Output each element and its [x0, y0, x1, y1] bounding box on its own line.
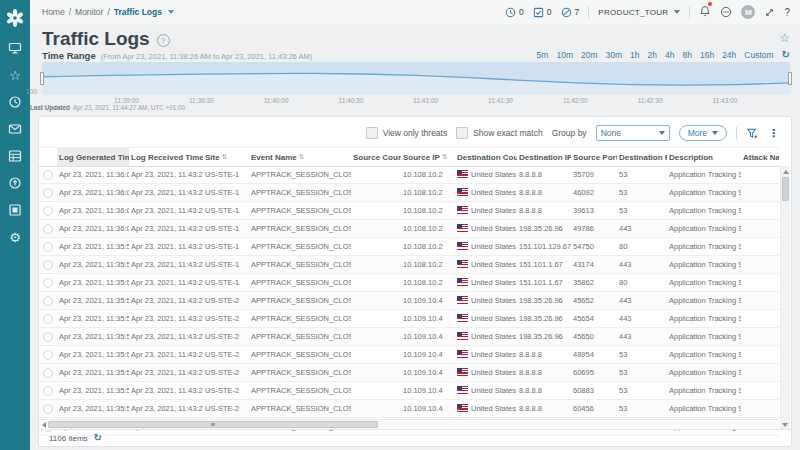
- preset-20m[interactable]: 20m: [581, 50, 598, 60]
- row-select-radio[interactable]: [43, 350, 53, 360]
- row-select-radio[interactable]: [43, 170, 53, 180]
- table-row[interactable]: Apr 23, 2021, 11:35:55 AMApr 23, 2021, 1…: [39, 292, 779, 310]
- row-select-radio[interactable]: [43, 224, 53, 234]
- table-row[interactable]: Apr 23, 2021, 11:35:55 AMApr 23, 2021, 1…: [39, 400, 779, 418]
- column-header-site[interactable]: Site⇅: [203, 148, 249, 166]
- sidebar-item-favorites[interactable]: ☆: [0, 61, 30, 88]
- sidebar-item-monitor[interactable]: [0, 34, 30, 61]
- preset-4h[interactable]: 4h: [665, 50, 674, 60]
- time-range-chart[interactable]: [42, 62, 790, 95]
- table-row[interactable]: Apr 23, 2021, 11:35:55 AMApr 23, 2021, 1…: [39, 346, 779, 364]
- favorite-star-icon[interactable]: ☆: [779, 32, 790, 44]
- preset-custom[interactable]: Custom: [744, 50, 773, 60]
- horizontal-scroll-thumb[interactable]: [48, 421, 378, 428]
- cell-event_name: APPTRACK_SESSION_CLOSE: [249, 224, 351, 233]
- preset-5m[interactable]: 5m: [537, 50, 549, 60]
- preset-24h[interactable]: 24h: [722, 50, 736, 60]
- column-header-log_generated[interactable]: Log Generated Time⇅: [57, 148, 129, 166]
- cell-description: Application Tracking Sessi...: [667, 242, 741, 251]
- table-row[interactable]: Apr 23, 2021, 11:36:03 AMApr 23, 2021, 1…: [39, 166, 779, 184]
- chevron-down-icon[interactable]: [168, 10, 174, 14]
- row-select-radio[interactable]: [43, 404, 53, 414]
- preset-30m[interactable]: 30m: [606, 50, 623, 60]
- preset-8h[interactable]: 8h: [682, 50, 691, 60]
- blocked-counter[interactable]: 7: [561, 7, 580, 18]
- kebab-menu-icon[interactable]: ⋮: [768, 128, 779, 139]
- row-select-radio[interactable]: [43, 386, 53, 396]
- notifications-button[interactable]: [699, 3, 711, 21]
- table-row[interactable]: Apr 23, 2021, 11:35:59 AMApr 23, 2021, 1…: [39, 238, 779, 256]
- refresh-icon[interactable]: ↻: [782, 50, 790, 60]
- fullscreen-icon[interactable]: [764, 7, 775, 18]
- cell-source_port: 49786: [571, 224, 617, 233]
- row-select-radio[interactable]: [43, 242, 53, 252]
- table-row[interactable]: Apr 23, 2021, 11:36:01 AMApr 23, 2021, 1…: [39, 202, 779, 220]
- breadcrumb-home[interactable]: Home: [42, 7, 65, 17]
- view-only-threats-checkbox[interactable]: [366, 127, 378, 139]
- cell-destination_ip: 8.8.8.8: [517, 404, 571, 413]
- table-row[interactable]: Apr 23, 2021, 11:35:55 AMApr 23, 2021, 1…: [39, 328, 779, 346]
- preset-2h[interactable]: 2h: [648, 50, 657, 60]
- avatar[interactable]: M: [741, 5, 755, 19]
- preset-1h[interactable]: 1h: [630, 50, 639, 60]
- title-help-icon[interactable]: ?: [157, 34, 170, 47]
- brush-handle-right[interactable]: [788, 72, 792, 85]
- table-row[interactable]: Apr 23, 2021, 11:36:01 AMApr 23, 2021, 1…: [39, 220, 779, 238]
- settings-icon: ⚙: [9, 228, 21, 246]
- preset-10m[interactable]: 10m: [556, 50, 573, 60]
- column-header-destination_ip[interactable]: Destination IP⇅: [517, 148, 571, 166]
- group-by-select[interactable]: None: [596, 125, 670, 141]
- row-select-radio[interactable]: [43, 368, 53, 378]
- column-label: Log Generated Time: [59, 153, 129, 162]
- row-select-radio[interactable]: [43, 296, 53, 306]
- column-header-source_ip[interactable]: Source IP⇅: [401, 148, 455, 166]
- cell-select: [39, 260, 57, 270]
- cell-log_received: Apr 23, 2021, 11:43:23 AM: [129, 242, 203, 251]
- column-header-source_port[interactable]: Source Port⇅: [571, 148, 617, 166]
- table-row[interactable]: Apr 23, 2021, 11:36:01 AMApr 23, 2021, 1…: [39, 184, 779, 202]
- table-row[interactable]: Apr 23, 2021, 11:35:59 AMApr 23, 2021, 1…: [39, 274, 779, 292]
- more-button[interactable]: More: [679, 125, 727, 141]
- row-select-radio[interactable]: [43, 314, 53, 324]
- help-icon[interactable]: ?: [784, 7, 790, 18]
- sidebar-item-messages[interactable]: [0, 115, 30, 142]
- cell-description: Application Tracking Sessi...: [667, 296, 741, 305]
- breadcrumb-monitor[interactable]: Monitor: [75, 7, 103, 17]
- row-select-radio[interactable]: [43, 332, 53, 342]
- column-label: Log Received Time: [131, 153, 203, 162]
- sidebar-item-settings[interactable]: ⚙: [0, 223, 30, 250]
- scroll-up-arrow[interactable]: [781, 167, 791, 176]
- us-flag-icon: [457, 296, 468, 304]
- sidebar-item-reports[interactable]: [0, 196, 30, 223]
- sidebar-item-logs[interactable]: [0, 142, 30, 169]
- column-header-event_name[interactable]: Event Name⇅: [249, 148, 351, 166]
- support-icon[interactable]: [720, 6, 732, 18]
- bell-icon: [699, 5, 711, 17]
- breadcrumb-current[interactable]: Traffic Logs: [114, 7, 162, 17]
- row-select-radio[interactable]: [43, 260, 53, 270]
- country-name: United States: [471, 170, 516, 179]
- column-header-log_received[interactable]: Log Received Time⇅: [129, 148, 203, 166]
- cell-log_generated: Apr 23, 2021, 11:35:55 AM: [57, 296, 129, 305]
- tenant-selector[interactable]: PRODUCT_TOUR: [598, 8, 680, 17]
- row-select-radio[interactable]: [43, 278, 53, 288]
- pending-tasks-counter[interactable]: 0: [505, 7, 524, 18]
- sidebar-item-export[interactable]: [0, 169, 30, 196]
- column-header-destination_port: Destination Port: [617, 148, 667, 166]
- table-row[interactable]: Apr 23, 2021, 11:35:55 AMApr 23, 2021, 1…: [39, 364, 779, 382]
- column-header-attack_name[interactable]: Attack Name⇅: [741, 148, 779, 166]
- table-row[interactable]: Apr 23, 2021, 11:35:59 AMApr 23, 2021, 1…: [39, 256, 779, 274]
- filter-icon[interactable]: [746, 127, 759, 140]
- cell-description: Application Tracking Sessi...: [667, 188, 741, 197]
- table-row[interactable]: Apr 23, 2021, 11:35:55 AMApr 23, 2021, 1…: [39, 310, 779, 328]
- show-exact-match-checkbox[interactable]: [456, 127, 468, 139]
- row-select-radio[interactable]: [43, 188, 53, 198]
- refresh-icon[interactable]: ↻: [94, 433, 102, 443]
- completed-tasks-counter[interactable]: 0: [533, 7, 552, 18]
- table-row[interactable]: Apr 23, 2021, 11:35:55 AMApr 23, 2021, 1…: [39, 382, 779, 400]
- brush-handle-left[interactable]: [40, 72, 44, 85]
- preset-16h[interactable]: 16h: [700, 50, 714, 60]
- row-select-radio[interactable]: [43, 206, 53, 216]
- vertical-scrollbar[interactable]: [780, 166, 790, 419]
- vertical-scroll-thumb[interactable]: [782, 177, 789, 201]
